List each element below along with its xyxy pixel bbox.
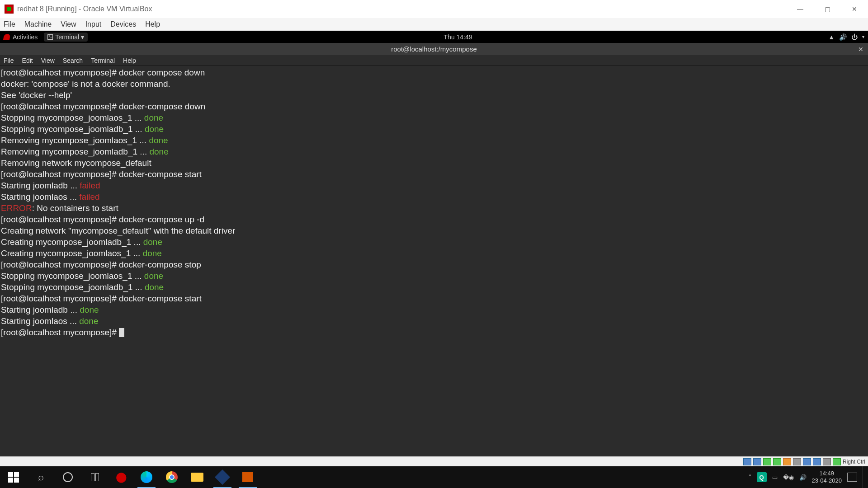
terminal-output[interactable]: [root@localhost mycompose]# docker compo… [0,66,868,456]
vbox-cpu-icon [813,458,821,465]
gnome-system-tray[interactable]: ▲ 🔊 ⏻ ▾ [828,33,864,41]
clock-date: 23-04-2020 [812,477,842,484]
menu-file[interactable]: File [4,20,15,28]
activities-button[interactable]: Activities [4,33,38,41]
menu-help[interactable]: Help [145,20,160,28]
volume-icon[interactable]: 🔊 [799,474,807,481]
terminal-line: See 'docker --help' [1,89,868,101]
terminal-icon [47,34,53,40]
terminal-line: Creating network "mycompose_default" wit… [1,225,868,236]
host-status-bar: Right Ctrl [0,456,868,466]
terminal-line: [root@localhost mycompose]# docker-compo… [1,259,868,270]
terminal-line: [root@localhost mycompose]# docker-compo… [1,293,868,304]
vbox-mouse-icon [823,458,831,465]
gnome-clock[interactable]: Thu 14:49 [88,33,828,41]
term-menu-search[interactable]: Search [63,57,83,64]
folder-icon [191,473,203,482]
taskbar-app-explorer[interactable] [184,466,210,488]
taskbar-app-edge[interactable] [134,466,159,488]
notifications-button[interactable] [847,473,857,482]
network-icon: ▲ [828,33,835,41]
term-menu-terminal[interactable]: Terminal [91,57,115,64]
terminal-close-button[interactable]: ✕ [858,46,863,53]
menu-devices[interactable]: Devices [110,20,136,28]
vbox-host-key: Right Ctrl [843,459,865,465]
vbox-rec-icon [803,458,811,465]
virtualbox-app-icon [215,469,230,485]
sound-icon: 🔊 [839,33,847,41]
terminal-line: Creating mycompose_joomladb_1 ... done [1,236,868,248]
term-menu-edit[interactable]: Edit [22,57,33,64]
gnome-top-bar: Activities Terminal ▾ Thu 14:49 ▲ 🔊 ⏻ ▾ [0,31,868,43]
terminal-line: Stopping mycompose_joomladb_1 ... done [1,123,868,135]
taskbar-app-virtualbox[interactable] [210,466,235,488]
menu-view[interactable]: View [61,20,76,28]
terminal-line: Starting joomladb ... done [1,304,868,315]
menu-input[interactable]: Input [85,20,102,28]
vbox-net-icon [763,458,771,465]
host-window-titlebar: redhat 8 [Running] - Oracle VM VirtualBo… [0,0,868,18]
terminal-line: Removing mycompose_joomlaos_1 ... done [1,135,868,146]
vbox-usb-icon [773,458,781,465]
terminal-line: ERROR: No containers to start [1,202,868,214]
taskbar-app-chrome[interactable] [159,466,184,488]
current-app-label: Terminal ▾ [55,33,84,41]
tray-caret-icon: ▾ [862,34,864,39]
terminal-line: Stopping mycompose_joomlaos_1 ... done [1,270,868,282]
windows-taskbar: ⌕ ⬤ ˄ Q ▭ �◉ 🔊 14:49 23-04-2020 [0,466,868,488]
redhat-icon [3,34,10,40]
menu-machine[interactable]: Machine [24,20,52,28]
terminal-line: [root@localhost mycompose]# docker-compo… [1,101,868,112]
show-desktop-button[interactable] [863,466,865,488]
wifi-icon[interactable]: �◉ [783,474,794,481]
task-view-button[interactable] [81,466,108,488]
terminal-menubar: File Edit View Search Terminal Help [0,55,868,66]
tray-overflow-button[interactable]: ˄ [749,474,751,480]
start-button[interactable] [0,466,27,488]
host-menubar: File Machine View Input Devices Help [0,18,868,31]
terminal-line: docker: 'compose' is not a docker comman… [1,78,868,89]
terminal-line: [root@localhost mycompose]# docker compo… [1,67,868,78]
terminal-titlebar: root@localhost:/mycompose ✕ [0,43,868,55]
taskbar-app-putty[interactable] [235,466,260,488]
virtualbox-icon [5,5,14,14]
search-icon: ⌕ [38,471,44,483]
putty-icon [242,472,253,482]
taskbar-app-redhat[interactable]: ⬤ [108,466,134,488]
vbox-key-icon [833,458,841,465]
close-button[interactable]: ✕ [841,0,868,18]
term-menu-help[interactable]: Help [123,57,136,64]
terminal-line: Starting joomlaos ... done [1,315,868,327]
activities-label: Activities [13,33,38,41]
term-menu-view[interactable]: View [41,57,55,64]
taskbar-clock[interactable]: 14:49 23-04-2020 [812,470,842,484]
terminal-line: [root@localhost mycompose]# [1,327,868,338]
power-icon: ⏻ [851,33,858,41]
terminal-line: [root@localhost mycompose]# docker-compo… [1,214,868,225]
cortana-icon [63,472,73,482]
term-menu-file[interactable]: File [4,57,14,64]
task-view-icon [91,473,99,481]
vbox-hd-icon [743,458,751,465]
vbox-shared-icon [783,458,791,465]
maximize-button[interactable]: ▢ [814,0,841,18]
terminal-line: Stopping mycompose_joomlaos_1 ... done [1,112,868,123]
edge-icon [141,471,152,483]
terminal-title: root@localhost:/mycompose [391,45,476,53]
current-app-button[interactable]: Terminal ▾ [44,33,88,42]
windows-logo-icon [8,472,19,483]
vbox-display-icon [793,458,801,465]
terminal-line: Creating mycompose_joomlaos_1 ... done [1,248,868,259]
terminal-line: [root@localhost mycompose]# docker-compo… [1,169,868,180]
battery-icon[interactable]: ▭ [772,474,778,481]
host-window-title: redhat 8 [Running] - Oracle VM VirtualBo… [17,5,787,13]
redhat-app-icon: ⬤ [116,471,127,483]
tray-app-q[interactable]: Q [757,472,767,482]
vbox-cd-icon [753,458,761,465]
terminal-line: Starting joomladb ... failed [1,180,868,191]
clock-time: 14:49 [812,470,842,477]
chrome-icon [166,471,178,483]
search-button[interactable]: ⌕ [27,466,54,488]
minimize-button[interactable]: — [787,0,814,18]
cortana-button[interactable] [54,466,81,488]
